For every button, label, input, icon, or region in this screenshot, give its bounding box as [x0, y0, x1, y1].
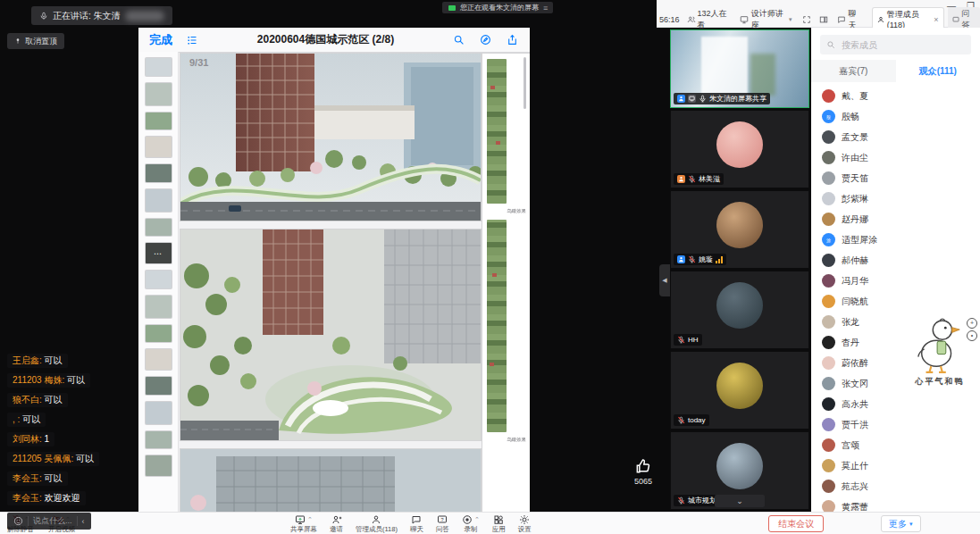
toolbar-chat[interactable]: 聊天	[410, 513, 423, 533]
member-row[interactable]: 黄露蕾	[811, 496, 980, 512]
page-thumbnail[interactable]	[146, 83, 172, 105]
done-button[interactable]: 完成	[149, 32, 172, 48]
page-thumbnail[interactable]	[146, 271, 172, 288]
document-scrollbar[interactable]	[524, 57, 526, 109]
page-thumbnail[interactable]	[146, 431, 172, 448]
video-tile[interactable]: 林美滋	[670, 110, 809, 188]
toolbar-person-add[interactable]: 邀请	[330, 513, 343, 533]
member-row[interactable]: 孟文景	[811, 127, 980, 147]
meeting-info-bar: — ❐ 56:16 132人在看 设计师讲座 ▾ 聊天 管理成员(118) × …	[657, 0, 980, 28]
member-name: 郝仲赫	[842, 254, 868, 267]
member-row[interactable]: 贾天笛	[811, 168, 980, 188]
toolbar-person[interactable]: 管理成员(118)	[356, 513, 398, 533]
like-counter[interactable]: 5065	[626, 457, 660, 486]
video-tile[interactable]: 姚璇	[670, 190, 809, 269]
search-input[interactable]	[840, 39, 951, 51]
like-count: 5065	[626, 477, 660, 486]
toolbar-qa[interactable]: ?问答	[436, 513, 449, 533]
member-row[interactable]: 殷殷畅	[811, 106, 980, 127]
page-thumbnail[interactable]	[146, 219, 172, 236]
page-thumbnail[interactable]	[146, 58, 172, 76]
watching-banner[interactable]: 您正在观看朱文清的屏幕 ≡	[442, 2, 553, 13]
qa-icon: ?	[437, 513, 448, 525]
tile-name: today	[688, 416, 706, 424]
thumbnail-list-icon[interactable]	[186, 35, 198, 46]
toolbar-gear[interactable]: 设置	[518, 513, 532, 533]
toolbar-label: 共享屏幕	[290, 526, 317, 533]
member-row[interactable]: 莫止什	[811, 455, 980, 476]
member-avatar	[822, 459, 835, 472]
mic-muted-icon	[677, 336, 685, 344]
member-row[interactable]: 苑志兴	[811, 476, 980, 496]
collapse-chat-icon[interactable]: ‹	[82, 517, 85, 526]
markup-icon[interactable]	[480, 34, 491, 46]
chat-input[interactable]: 说点什么... ‹	[7, 513, 91, 530]
page-thumbnail[interactable]	[146, 113, 172, 129]
session-selector[interactable]: 设计师讲座 ▾	[740, 8, 792, 31]
page-thumbnail[interactable]	[146, 325, 172, 342]
fullscreen-icon[interactable]	[802, 15, 811, 24]
member-row[interactable]: 赵丹娜	[811, 209, 980, 229]
member-list: 戴、夏殷殷畅孟文景许由尘贾天笛彭紫琳赵丹娜涂适型犀涂郝仲赫冯月华闫晓航张龙杳丹蔚…	[811, 82, 980, 512]
more-tiles-chevron[interactable]: ⌄	[715, 495, 765, 507]
tab-audience[interactable]: 观众(111)	[896, 60, 980, 82]
close-icon[interactable]: ×	[934, 15, 938, 24]
banner-menu-icon[interactable]: ≡	[543, 4, 547, 13]
partial-next-page: 鸟瞰效果 鸟瞰效果	[482, 54, 530, 512]
member-row[interactable]: 戴、夏	[811, 86, 980, 106]
member-avatar	[822, 480, 835, 493]
member-avatar	[822, 438, 835, 452]
chat-text: 可以	[45, 355, 63, 365]
page-thumbnail[interactable]	[146, 296, 172, 318]
member-row[interactable]: 冯月华	[811, 271, 980, 291]
network-signal-icon	[716, 256, 723, 263]
toolbar-record[interactable]: ⌃录制	[462, 513, 480, 533]
member-row[interactable]: 贾千洪	[811, 414, 980, 435]
search-icon[interactable]	[453, 34, 465, 46]
video-tile[interactable]: HH	[670, 271, 809, 349]
tile-name: 林美滋	[699, 174, 720, 184]
page-thumbnail[interactable]	[146, 377, 172, 395]
mic-muted-icon	[688, 175, 696, 183]
unpin-button[interactable]: 取消置顶	[7, 33, 64, 49]
member-search-box[interactable]	[820, 35, 971, 54]
chat-overlay: 王启鑫: 可以211203 梅姝: 可以狼不白: 可以, : 可以刘同林: 12…	[7, 354, 141, 530]
page-thumbnail[interactable]	[146, 402, 172, 424]
side-image-1	[487, 59, 507, 204]
page-thumbnail[interactable]	[146, 189, 172, 212]
video-tile[interactable]: 城市规划师⌄	[670, 431, 809, 510]
member-row[interactable]: 郝仲赫	[811, 250, 980, 271]
side-image-2	[487, 220, 507, 432]
member-avatar	[822, 89, 835, 103]
role-badge-icon	[677, 95, 685, 103]
member-row[interactable]: 高永共	[811, 394, 980, 414]
panel-collapse-handle[interactable]: ◀	[659, 264, 670, 296]
more-button[interactable]: 更多 ▾	[881, 515, 921, 532]
toolbar-screen-share[interactable]: ⌃共享屏幕	[290, 513, 317, 533]
duck-sticker: + • 心平气和鸭	[904, 314, 976, 388]
member-row[interactable]: 彭紫琳	[811, 188, 980, 209]
tab-guests[interactable]: 嘉宾(7)	[811, 60, 896, 82]
member-row[interactable]: 许由尘	[811, 147, 980, 168]
member-name: 张文冈	[842, 378, 868, 390]
member-row[interactable]: 涂适型犀涂	[811, 229, 980, 250]
caret-up-icon[interactable]: ⌃	[307, 516, 313, 522]
toolbar-grid[interactable]: 应用	[492, 513, 506, 533]
member-name: 蔚依醉	[842, 357, 868, 370]
page-thumbnail[interactable]	[146, 137, 172, 157]
member-avatar: 殷	[822, 110, 835, 123]
page-thumbnail[interactable]	[146, 164, 172, 182]
video-tile[interactable]: today	[670, 351, 809, 430]
end-meeting-button[interactable]: 结束会议	[768, 515, 824, 532]
share-icon[interactable]	[507, 34, 518, 46]
page-thumbnail[interactable]	[146, 349, 172, 370]
video-tile[interactable]: 朱文清的屏幕共享	[670, 29, 809, 108]
member-row[interactable]: 宫颂	[811, 435, 980, 455]
page-thumbnail[interactable]: ⋯	[146, 243, 172, 263]
caret-up-icon[interactable]: ⌃	[474, 516, 480, 522]
page-thumbnail[interactable]	[146, 455, 172, 476]
layout-icon[interactable]	[819, 15, 828, 24]
member-row[interactable]: 闫晓航	[811, 291, 980, 312]
emoji-icon[interactable]	[13, 516, 23, 526]
document-navbar: 完成 20200604德国城示范区 (2/8)	[138, 28, 530, 53]
